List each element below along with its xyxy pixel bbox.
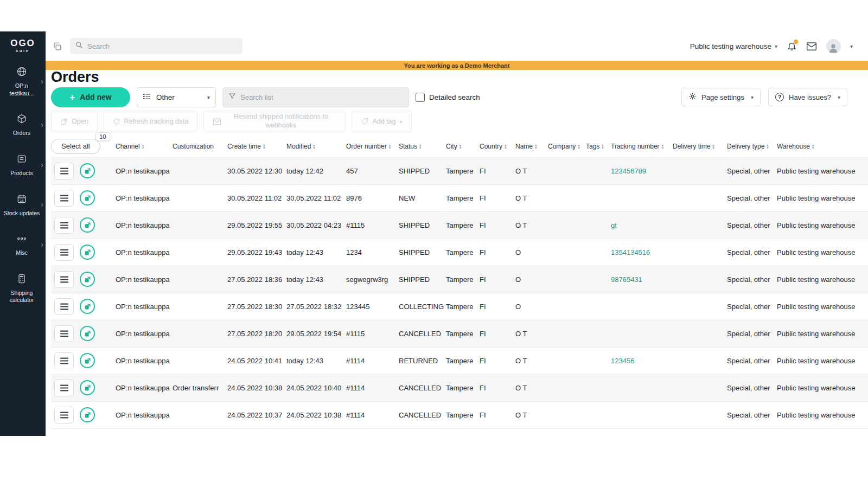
chevron-right-icon: › (41, 120, 43, 129)
tracking-link[interactable]: 1354134516 (611, 248, 650, 256)
row-open-button[interactable] (80, 245, 95, 260)
sidebar-item-stock-updates[interactable]: 16 Stock updates › (0, 185, 46, 226)
column-label: Modified (286, 143, 311, 150)
row-menu-button[interactable] (54, 244, 74, 261)
sort-arrows-icon: ▴▾ (389, 144, 391, 149)
cell-status: SHIPPED (399, 266, 446, 293)
detailed-search-checkbox[interactable] (416, 93, 425, 102)
column-modified[interactable]: Modified▴▾ (286, 136, 346, 157)
column-label: Tracking number (611, 143, 660, 150)
sidebar-item-shipping-calculator[interactable]: Shipping calculator (0, 265, 46, 312)
column-tags[interactable]: Tags▴▾ (586, 136, 611, 157)
sort-arrows-icon: ▴▾ (505, 144, 507, 149)
column-status[interactable]: Status▴▾ (399, 136, 446, 157)
column-order-number[interactable]: Order number▴▾ (346, 136, 399, 157)
column-tracking-number[interactable]: Tracking number▴▾ (611, 136, 673, 157)
select-all-button[interactable]: Select all (51, 139, 100, 154)
row-menu-button[interactable] (54, 217, 74, 234)
ogoship-logo: OGO SHIP (0, 31, 46, 58)
tracking-link[interactable]: 123456789 (611, 167, 646, 175)
cell-channel: OP:n testikauppa (116, 266, 173, 293)
row-menu-button[interactable] (54, 298, 74, 315)
row-open-button[interactable] (80, 272, 95, 287)
page-settings-button[interactable]: Page settings ▾ (681, 88, 761, 106)
cell-name: O T (515, 347, 548, 374)
tracking-link[interactable]: 98765431 (611, 275, 642, 284)
cell-name: O (515, 293, 548, 320)
row-open-button[interactable] (80, 353, 95, 368)
add-new-label: Add new (80, 93, 111, 101)
column-delivery-time[interactable]: Delivery time▴▾ (673, 136, 727, 157)
column-delivery-type[interactable]: Delivery type▴▾ (727, 136, 777, 157)
row-menu-button[interactable] (54, 325, 74, 342)
cell-tags (586, 266, 611, 293)
row-menu-button[interactable] (54, 352, 74, 369)
user-avatar[interactable] (826, 39, 841, 54)
cell-city: Tampere (446, 211, 480, 239)
sort-arrows-icon: ▴▾ (313, 144, 315, 149)
cell-tracking_number (611, 320, 673, 347)
cell-tracking_number: 98765431 (611, 266, 673, 293)
row-menu-button[interactable] (54, 163, 74, 179)
cell-delivery_type: Special, other (727, 401, 777, 428)
column-label: Country (480, 143, 502, 150)
refresh-tracking-button[interactable]: Refresh tracking data (104, 111, 198, 132)
row-menu-button[interactable] (54, 271, 74, 288)
cell-tracking_number (611, 184, 673, 211)
cell-delivery_time (673, 211, 727, 239)
messages-envelope-icon[interactable] (806, 42, 817, 51)
row-open-button[interactable] (80, 217, 95, 233)
cell-country: FI (480, 157, 515, 184)
add-new-button[interactable]: + Add new (51, 87, 130, 107)
cell-country: FI (480, 401, 515, 428)
add-tag-button[interactable]: Add tag ▾ (352, 111, 411, 132)
search-input[interactable] (87, 42, 237, 50)
cell-order_number: #1114 (346, 401, 399, 428)
sidebar-item-misc[interactable]: Misc › (0, 225, 46, 265)
chevron-down-icon[interactable]: ▾ (850, 43, 853, 49)
cell-actions (51, 374, 116, 401)
cell-city: Tampere (446, 184, 480, 211)
row-menu-button[interactable] (54, 380, 74, 396)
cell-tracking_number: gt (611, 211, 673, 239)
row-open-button[interactable] (80, 163, 95, 178)
row-open-button[interactable] (80, 380, 95, 395)
row-open-button[interactable] (80, 326, 95, 341)
notifications-bell-icon[interactable] (787, 41, 797, 52)
column-city[interactable]: City▴▾ (446, 136, 480, 157)
global-search (70, 38, 242, 54)
sidebar-item-shop[interactable]: OP:n testikau... › (0, 58, 46, 105)
warehouse-selector[interactable]: Public testing warehouse ▾ (690, 42, 777, 50)
view-select[interactable]: Other ▾ (137, 87, 216, 107)
open-order-button[interactable]: Open (51, 111, 98, 132)
row-menu-button[interactable] (54, 190, 74, 207)
cell-tracking_number: 1354134516 (611, 239, 673, 266)
cell-tags (586, 239, 611, 266)
tracking-link[interactable]: gt (611, 221, 617, 229)
detailed-search-toggle[interactable]: Detailed search (416, 93, 480, 102)
row-open-button[interactable] (80, 407, 95, 422)
cell-create_time: 30.05.2022 12:30 (227, 157, 286, 184)
copy-icon[interactable] (52, 41, 62, 52)
resend-notifications-button[interactable]: Resend shipped notifications to webhooks (203, 111, 346, 132)
column-company[interactable]: Company▴▾ (548, 136, 586, 157)
search-list-input[interactable] (240, 93, 403, 101)
column-name[interactable]: Name▴▾ (515, 136, 548, 157)
sidebar-item-orders[interactable]: Orders › (0, 105, 46, 145)
cell-tracking_number (611, 374, 673, 401)
column-channel[interactable]: Channel▴▾ (116, 136, 173, 157)
sidebar-item-products[interactable]: Products › (0, 145, 46, 185)
column-country[interactable]: Country▴▾ (480, 136, 515, 157)
column-label: Warehouse (777, 143, 810, 150)
column-create-time[interactable]: Create time▴▾ (227, 136, 286, 157)
row-open-button[interactable] (80, 190, 95, 206)
column-label: Order number (346, 143, 387, 150)
cell-tags (586, 293, 611, 320)
cell-actions (51, 266, 116, 293)
row-open-button[interactable] (80, 299, 95, 314)
tracking-link[interactable]: 123456 (611, 357, 634, 365)
row-menu-button[interactable] (54, 407, 74, 423)
column-warehouse[interactable]: Warehouse▴▾ (777, 136, 868, 157)
sort-arrows-icon: ▴▾ (142, 144, 144, 149)
have-issues-button[interactable]: ? Have issues? ▾ (768, 88, 847, 106)
